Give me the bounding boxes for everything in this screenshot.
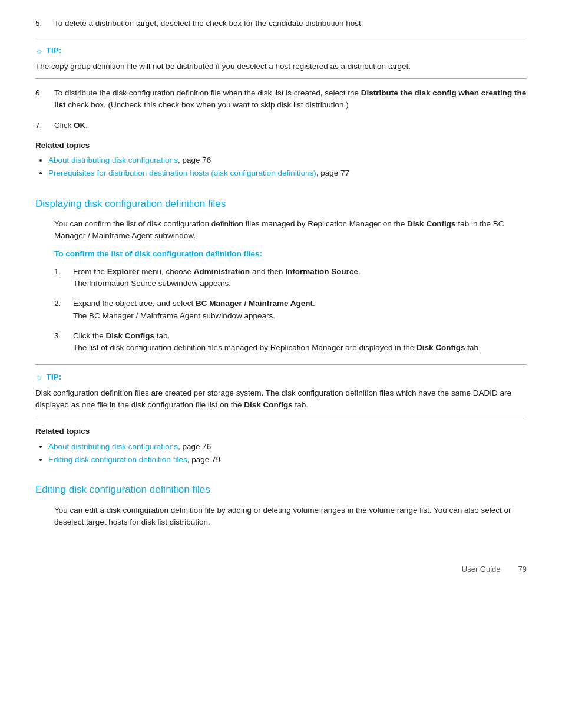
section1-step-1: 1. From the Explorer menu, choose Admini…	[54, 266, 527, 290]
tip-label-text-1: TIP:	[47, 45, 62, 57]
s1-step3-note-after: tab.	[465, 343, 481, 352]
s1-step2-bold1: BC Manager / Mainframe Agent	[196, 299, 313, 308]
section1-step-3: 3. Click the Disk Configs tab. The list …	[54, 330, 527, 354]
section1-step-content-1: From the Explorer menu, choose Administr…	[73, 266, 527, 290]
step-5-text: To delete a distribution target, deselec…	[54, 19, 363, 28]
step-7: 7. Click OK.	[35, 120, 527, 131]
related-item-1-1: Prerequisites for distribution destinati…	[48, 167, 527, 179]
related-suffix-1-0: , page 76	[178, 156, 211, 164]
related-item-2-0: About distributing disk configurations, …	[48, 441, 527, 453]
step-7-text-after: .	[85, 121, 88, 130]
s1-step3-before: Click the	[73, 331, 106, 340]
section-editing-intro: You can edit a disk configuration defini…	[54, 505, 527, 529]
s1-step1-mid2: and then	[250, 267, 285, 276]
related-suffix-1-1: , page 77	[316, 169, 349, 177]
section1-step-content-3: Click the Disk Configs tab. The list of …	[73, 330, 527, 354]
step-content-7: Click OK.	[54, 120, 527, 131]
section1-step-num-2: 2.	[54, 298, 73, 322]
s1-step3-bold1: Disk Configs	[106, 331, 155, 340]
tip-box-1: ☼ TIP: The copy group definition file wi…	[35, 38, 527, 79]
step-6-text-after: check box. (Uncheck this check box when …	[66, 100, 349, 109]
section-editing-heading: Editing disk configuration definition fi…	[35, 482, 527, 498]
s1-step1-mid: menu, choose	[140, 267, 194, 276]
related-topics-1: Related topics About distributing disk c…	[35, 140, 527, 180]
tip2-bold: Disk Configs	[244, 400, 293, 409]
section1-step-num-3: 3.	[54, 330, 73, 354]
tip-icon-1: ☼	[35, 44, 44, 58]
section1-step-content-2: Expand the object tree, and select BC Ma…	[73, 298, 527, 322]
s1-step1-before: From the	[73, 267, 107, 276]
related-link-2-0[interactable]: About distributing disk configurations	[48, 442, 178, 451]
tip-box-2: ☼ TIP: Disk configuration definition fil…	[35, 364, 527, 417]
tip2-text-after: tab.	[293, 400, 308, 409]
s1-step1-after: .	[358, 267, 361, 276]
step-content-5: To delete a distribution target, deselec…	[54, 18, 527, 29]
step-content-6: To distribute the disk configuration def…	[54, 87, 527, 111]
related-list-2: About distributing disk configurations, …	[48, 441, 527, 466]
intro-bold: Disk Configs	[407, 219, 456, 228]
footer-label: User Guide	[462, 564, 501, 575]
footer-page: 79	[518, 564, 527, 575]
s1-step1-bold2: Administration	[194, 267, 250, 276]
related-suffix-2-1: , page 79	[187, 455, 220, 464]
section-displaying: Displaying disk configuration definition…	[35, 196, 527, 354]
related-topics-2: Related topics About distributing disk c…	[35, 426, 527, 466]
section1-step-2: 2. Expand the object tree, and select BC…	[54, 298, 527, 322]
related-link-1-0[interactable]: About distributing disk configurations	[48, 156, 178, 164]
s1-step1-bold1: Explorer	[107, 267, 140, 276]
intro-before: You can confirm the list of disk configu…	[54, 219, 407, 228]
s1-step2-after: .	[313, 299, 315, 308]
tip-text-2: Disk configuration definition files are …	[35, 387, 527, 411]
step-6: 6. To distribute the disk configuration …	[35, 87, 527, 111]
related-link-1-1[interactable]: Prerequisites for distribution destinati…	[48, 169, 316, 177]
s1-step1-note: The Information Source subwindow appears…	[73, 279, 231, 288]
related-topics-label-1: Related topics	[35, 140, 527, 151]
related-item-2-1: Editing disk configuration definition fi…	[48, 454, 527, 466]
tip-label-2: ☼ TIP:	[35, 371, 527, 384]
sub-heading-confirm: To confirm the list of disk configuratio…	[54, 248, 527, 260]
related-topics-label-2: Related topics	[35, 426, 527, 437]
section1-step-num-1: 1.	[54, 266, 73, 290]
page-footer: User Guide 79	[35, 564, 527, 575]
step-7-text-before: Click	[54, 121, 74, 130]
step-7-bold1: OK	[74, 121, 85, 130]
s1-step1-bold3: Information Source	[285, 267, 358, 276]
section-displaying-intro: You can confirm the list of disk configu…	[54, 218, 527, 242]
tip-label-text-2: TIP:	[47, 371, 62, 383]
related-item-1-0: About distributing disk configurations, …	[48, 154, 527, 166]
related-list-1: About distributing disk configurations, …	[48, 154, 527, 180]
step-6-text-before: To distribute the disk configuration def…	[54, 88, 361, 97]
s1-step3-note-bold: Disk Configs	[416, 343, 465, 352]
related-link-2-1[interactable]: Editing disk configuration definition fi…	[48, 455, 187, 464]
related-suffix-2-0: , page 76	[178, 442, 211, 451]
tip-icon-2: ☼	[35, 371, 44, 384]
tip-label-1: ☼ TIP:	[35, 44, 527, 58]
section-displaying-heading: Displaying disk configuration definition…	[35, 196, 527, 212]
section-editing: Editing disk configuration definition fi…	[35, 482, 527, 528]
s1-step2-before: Expand the object tree, and select	[73, 299, 196, 308]
step-num-5: 5.	[35, 18, 54, 29]
tip-text-1: The copy group definition file will not …	[35, 61, 527, 73]
step-num-6: 6.	[35, 87, 54, 111]
s1-step2-note: The BC Manager / Mainframe Agent subwind…	[73, 311, 275, 320]
step-num-7: 7.	[35, 120, 54, 131]
s1-step3-note-before: The list of disk configuration definitio…	[73, 343, 416, 352]
step-5: 5. To delete a distribution target, dese…	[35, 18, 527, 29]
s1-step3-after: tab.	[154, 331, 170, 340]
